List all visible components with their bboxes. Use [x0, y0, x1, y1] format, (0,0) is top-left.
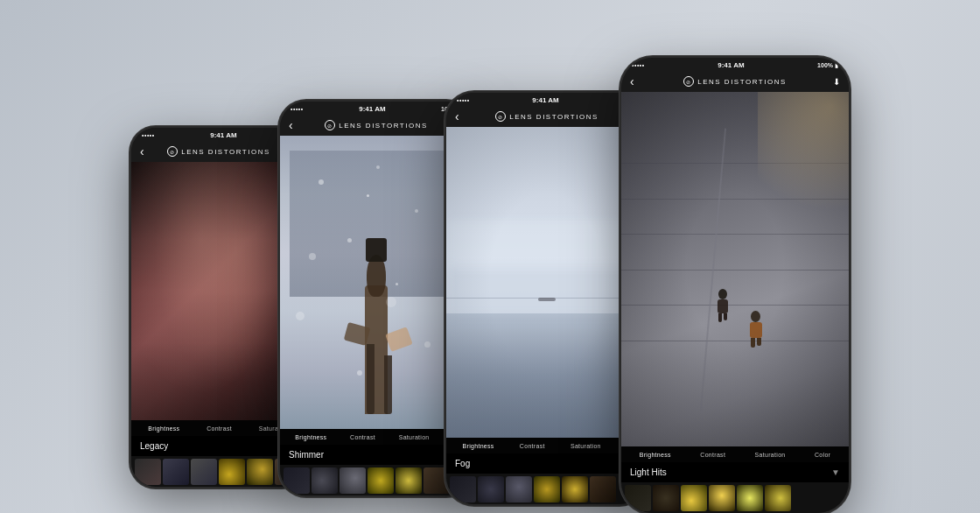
thumb-3-2[interactable]	[478, 476, 504, 502]
bokeh-12	[367, 194, 369, 197]
thumb-1-2[interactable]	[163, 459, 189, 485]
control-contrast-1[interactable]: Contrast	[206, 425, 232, 432]
control-contrast-2[interactable]: Contrast	[350, 434, 375, 440]
chevron-down-icon-4[interactable]: ▼	[831, 467, 840, 477]
nav-title-2: ⊘ LENS DISTORTIONS	[325, 120, 428, 130]
photo-fog-bg	[446, 127, 648, 438]
thumb-3-6[interactable]	[590, 476, 616, 502]
signal-area-2: •••••	[290, 106, 304, 112]
back-button-4[interactable]: ‹	[630, 74, 634, 88]
thumb-strip-3	[446, 474, 648, 504]
signal-area-4: •••••	[632, 62, 645, 68]
nav-bar-3: ‹ ⊘ LENS DISTORTIONS	[446, 106, 648, 127]
person-hat	[366, 238, 388, 262]
logo-icon-2: ⊘	[325, 120, 335, 130]
back-button-3[interactable]: ‹	[455, 109, 459, 123]
battery-text-4: 100%	[817, 62, 833, 68]
shimmer-person	[338, 179, 415, 414]
download-button-4[interactable]: ⬇	[833, 77, 840, 87]
status-bar-4: ••••• 9:41 AM 100% ▮	[621, 58, 849, 71]
photo-canvas-2	[280, 136, 472, 429]
time-3: 9:41 AM	[532, 96, 558, 104]
control-color-4[interactable]: Color	[815, 452, 830, 458]
thumb-4-6[interactable]	[765, 485, 791, 511]
app-title-1: LENS DISTORTIONS	[181, 148, 270, 156]
thumb-3-5[interactable]	[562, 476, 588, 502]
logo-icon-1: ⊘	[167, 146, 178, 157]
photo-canvas-3	[446, 127, 648, 438]
thumb-2-2[interactable]	[312, 467, 338, 494]
control-brightness-1[interactable]: Brightness	[148, 425, 179, 432]
signal-dots-3: •••••	[457, 97, 470, 103]
photo-area-4[interactable]	[621, 92, 849, 446]
thumb-strip-2	[280, 465, 472, 495]
thumb-strip-4	[621, 482, 849, 513]
thumb-1-3[interactable]	[191, 459, 217, 485]
control-brightness-3[interactable]: Brightness	[463, 443, 494, 449]
time-1: 9:41 AM	[210, 131, 236, 139]
thumb-2-5[interactable]	[396, 467, 422, 494]
photo-shimmer-bg	[280, 136, 472, 429]
thumb-2-4[interactable]	[368, 467, 394, 494]
control-brightness-4[interactable]: Brightness	[640, 452, 671, 458]
battery-icon-4: ▮	[835, 62, 838, 69]
scene: ••••• 9:41 AM ▮ ‹ ⊘ LENS DISTORTIONS	[0, 0, 980, 513]
control-saturation-4[interactable]: Saturation	[755, 452, 786, 458]
thumb-4-3[interactable]	[681, 485, 707, 511]
phone-wrap-fog: ••••• 9:41 AM 100 ▮ ‹ ⊘ LENS DISTORTIONS	[446, 93, 648, 513]
logo-icon-4: ⊘	[683, 76, 694, 87]
thumb-4-1[interactable]	[625, 485, 651, 511]
phone-shimmer: ••••• 9:41 AM 100% ▮ ‹ ⊘ LENS DISTORTION…	[280, 102, 472, 495]
app-title-4: LENS DISTORTIONS	[697, 78, 787, 86]
thumb-1-1[interactable]	[135, 459, 161, 485]
photo-area-3[interactable]	[446, 127, 648, 438]
status-bar-2: ••••• 9:41 AM 100% ▮	[280, 102, 472, 115]
app-title-3: LENS DISTORTIONS	[509, 113, 598, 121]
thumb-2-1[interactable]	[284, 467, 310, 494]
preset-name-1: Legacy	[140, 441, 168, 451]
bokeh-7	[424, 341, 430, 348]
control-saturation-2[interactable]: Saturation	[399, 434, 430, 440]
thumb-2-3[interactable]	[340, 467, 366, 494]
nav-title-4: ⊘ LENS DISTORTIONS	[683, 76, 787, 87]
bokeh-3	[309, 253, 316, 260]
phone-lighthits: ••••• 9:41 AM 100% ▮ ‹ ⊘ LENS DISTORTION…	[621, 58, 849, 513]
thumb-4-2[interactable]	[653, 485, 679, 511]
thumb-3-1[interactable]	[450, 476, 476, 502]
photo-lighthits-bg	[621, 92, 849, 446]
bokeh-9	[357, 370, 362, 376]
battery-area-4: 100% ▮	[817, 62, 838, 69]
status-bar-3: ••••• 9:41 AM 100 ▮	[446, 93, 648, 106]
phone-wrap-lighthits: ••••• 9:41 AM 100% ▮ ‹ ⊘ LENS DISTORTION…	[621, 58, 849, 513]
thumb-4-5[interactable]	[737, 485, 763, 511]
nav-bar-2: ‹ ⊘ LENS DISTORTIONS	[280, 115, 472, 136]
bokeh-5	[296, 312, 304, 320]
photo-area-2[interactable]	[280, 136, 472, 429]
control-brightness-2[interactable]: Brightness	[295, 434, 326, 440]
info-bar-2: Shimmer	[280, 445, 472, 465]
thumb-3-3[interactable]	[506, 476, 532, 502]
back-button-2[interactable]: ‹	[289, 118, 293, 132]
time-2: 9:41 AM	[359, 105, 385, 113]
thumb-1-4[interactable]	[219, 459, 245, 485]
bokeh-6	[396, 283, 398, 285]
thumb-1-5[interactable]	[247, 459, 273, 485]
thumb-4-4[interactable]	[709, 485, 735, 511]
person-arm-r	[385, 327, 413, 352]
back-button-1[interactable]: ‹	[140, 144, 144, 158]
phone-fog: ••••• 9:41 AM 100 ▮ ‹ ⊘ LENS DISTORTIONS	[446, 93, 648, 504]
signal-dots-1: •••••	[142, 132, 155, 138]
nav-title-3: ⊘ LENS DISTORTIONS	[495, 111, 598, 122]
control-contrast-4[interactable]: Contrast	[700, 452, 725, 458]
thumb-3-4[interactable]	[534, 476, 560, 502]
info-bar-3: Fog	[446, 453, 648, 474]
signal-area-1: •••••	[142, 132, 155, 138]
control-saturation-3[interactable]: Saturation	[570, 443, 601, 449]
preset-name-3: Fog	[455, 459, 470, 468]
app-title-2: LENS DISTORTIONS	[339, 122, 428, 130]
person-leg-r	[384, 355, 392, 414]
bokeh-2	[415, 209, 418, 213]
phone-wrap-shimmer: ••••• 9:41 AM 100% ▮ ‹ ⊘ LENS DISTORTION…	[280, 102, 472, 513]
preset-name-4: Light Hits	[630, 467, 667, 477]
control-contrast-3[interactable]: Contrast	[520, 443, 545, 449]
